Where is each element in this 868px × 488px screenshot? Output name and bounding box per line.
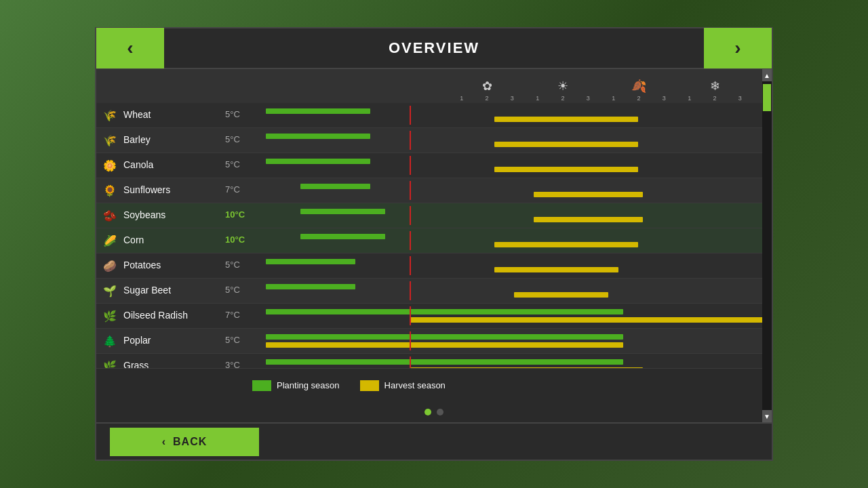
header-title: OVERVIEW [164, 39, 704, 57]
chart-area [266, 331, 762, 350]
bar-green [266, 159, 370, 164]
legend-harvest-label: Harvest season [384, 380, 446, 390]
bar-green [266, 309, 623, 314]
bar-green [300, 234, 384, 239]
crop-name: Wheat [123, 109, 225, 122]
crop-row: 🌿 Oilseed Radish 7°C [96, 304, 772, 329]
dot-1[interactable] [425, 409, 431, 415]
next-button[interactable]: › [704, 28, 772, 68]
bar-green [266, 108, 370, 114]
crop-row: 🫘 Soybeans 10°C [96, 203, 772, 228]
red-line-indicator [410, 281, 411, 300]
crop-name: Canola [123, 159, 225, 172]
crop-icon: 🌿 [96, 310, 123, 323]
bar-green [300, 184, 370, 189]
dot-2[interactable] [437, 409, 443, 415]
bar-yellow [494, 167, 638, 172]
bars [266, 256, 762, 275]
bottom-bar: ‹ BACK [96, 422, 772, 460]
bar-green [266, 259, 355, 264]
crop-name: Sugar Beet [123, 285, 225, 298]
red-line-indicator [410, 357, 411, 368]
pagination [96, 402, 772, 422]
crop-icon: 🌻 [96, 184, 123, 197]
bar-green [266, 334, 623, 340]
crop-icon: 🌱 [96, 285, 123, 298]
scrollbar[interactable]: ▲ ▼ [762, 103, 772, 368]
crop-temp: 5°C [225, 335, 266, 348]
bar-yellow [534, 192, 643, 197]
red-line-indicator [410, 331, 411, 350]
chart-area [266, 357, 762, 368]
bars [266, 156, 762, 175]
crop-temp: 5°C [225, 109, 266, 122]
prev-button[interactable]: ‹ [96, 28, 164, 68]
bars [266, 281, 762, 300]
red-line-indicator [410, 131, 411, 150]
red-line-indicator [410, 306, 411, 325]
crop-name: Barley [123, 134, 225, 147]
crop-icon: 🌼 [96, 159, 123, 172]
crop-row: 🌻 Sunflowers 7°C [96, 178, 772, 203]
crop-icon: 🌾 [96, 109, 123, 122]
back-icon: ‹ [162, 436, 166, 448]
bar-yellow [266, 342, 623, 348]
chart-area [266, 306, 762, 325]
bars [266, 306, 762, 325]
season-header: ✿ 1 2 3 ☀ 1 2 3 [96, 69, 762, 103]
red-line-indicator [410, 256, 411, 275]
crop-row: 🌲 Poplar 5°C [96, 329, 772, 354]
overview-modal: ‹ OVERVIEW › ✿ 1 2 3 [95, 27, 773, 461]
legend: Planting season Harvest season [96, 368, 772, 402]
bars [266, 206, 762, 225]
bars [266, 231, 762, 250]
crop-icon: 🥔 [96, 260, 123, 272]
chart-area [266, 156, 762, 175]
bar-yellow [534, 217, 643, 222]
legend-harvest-box [360, 380, 379, 391]
chart-area [266, 106, 762, 125]
bar-yellow [494, 117, 638, 122]
bar-yellow [494, 267, 618, 272]
back-button[interactable]: ‹ BACK [110, 428, 259, 456]
legend-planting: Planting season [252, 380, 340, 391]
bar-green [300, 209, 384, 214]
crop-temp: 5°C [225, 134, 266, 147]
crop-temp: 5°C [225, 285, 266, 298]
crop-icon: 🌿 [96, 360, 123, 369]
bars [266, 181, 762, 200]
bar-yellow [494, 242, 638, 247]
bars [266, 131, 762, 150]
season-spring: ✿ 1 2 3 [449, 79, 525, 102]
bars [266, 106, 762, 125]
chart-area [266, 131, 762, 150]
crop-temp: 7°C [225, 184, 266, 197]
season-winter: ❄ 1 2 3 [677, 79, 753, 102]
crop-name: Oilseed Radish [123, 310, 225, 323]
crop-row: 🥔 Potatoes 5°C [96, 253, 772, 279]
header: ‹ OVERVIEW › [96, 28, 772, 69]
crop-name: Soybeans [123, 209, 225, 222]
chart-area [266, 231, 762, 250]
content-area: ✿ 1 2 3 ☀ 1 2 3 [96, 69, 772, 422]
crop-icon: 🌽 [96, 235, 123, 247]
red-line-indicator [410, 181, 411, 200]
crop-row: 🌱 Sugar Beet 5°C [96, 279, 772, 304]
crop-row: 🌿 Grass 3°C [96, 354, 772, 368]
chart-area [266, 206, 762, 225]
crop-name: Potatoes [123, 260, 225, 272]
bar-yellow [494, 142, 638, 147]
back-label: BACK [173, 436, 207, 448]
scroll-thumb[interactable] [763, 103, 771, 111]
crop-icon: 🌾 [96, 134, 123, 147]
crop-row: 🌼 Canola 5°C [96, 153, 772, 178]
red-line-indicator [410, 156, 411, 175]
crop-row: 🌽 Corn 10°C [96, 228, 772, 253]
bar-green [266, 359, 623, 365]
bar-green [266, 134, 370, 139]
legend-planting-box [252, 380, 271, 391]
chart-area [266, 181, 762, 200]
legend-harvest: Harvest season [360, 380, 446, 391]
bar-green [266, 284, 355, 289]
crop-row: 🌾 Barley 5°C [96, 128, 772, 153]
